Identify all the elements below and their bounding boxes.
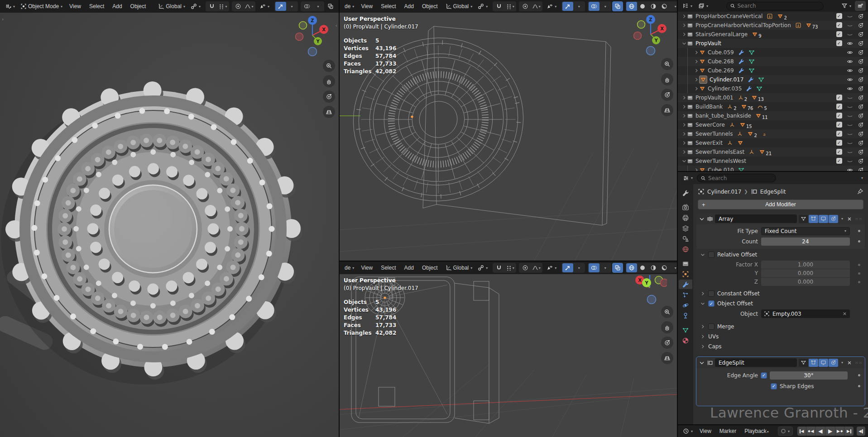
clipped-playback-button[interactable]: ◀ [857, 427, 865, 436]
constant-offset-header[interactable]: Constant Offset [700, 289, 861, 299]
menu-object[interactable]: Object [418, 1, 441, 11]
outliner-row[interactable]: PropHarborCraneVertical2 [678, 12, 868, 21]
animate-dot[interactable] [858, 272, 860, 275]
properties-search-input[interactable] [708, 175, 772, 181]
collection-checkbox[interactable] [836, 122, 842, 128]
menu-add[interactable]: Add [401, 1, 417, 11]
outliner-row[interactable]: Cube.269 [678, 66, 868, 75]
eye-open-icon[interactable] [847, 49, 853, 56]
gizmo-neg-z[interactable] [308, 48, 317, 56]
chevron-down-icon[interactable] [681, 158, 687, 164]
eye-closed-icon[interactable] [847, 122, 853, 128]
modifier-extras-dropdown[interactable]: ▾ [840, 217, 844, 221]
object-offset-header[interactable]: Object Offset [700, 299, 861, 309]
modifier-close-button[interactable] [846, 216, 853, 222]
properties-editor-type-button[interactable]: ▾ [681, 173, 695, 183]
object-offset-checkbox[interactable] [708, 300, 715, 307]
drag-handle[interactable]: ⁙⁙ [855, 217, 863, 221]
visibility-dropdown[interactable]: ▾ [544, 1, 559, 11]
tab-particles[interactable] [679, 290, 692, 299]
mode-dropdown-truncated[interactable]: de▾ [342, 1, 356, 11]
camera-visibility-icon[interactable] [858, 58, 864, 65]
eye-closed-icon[interactable] [847, 158, 853, 164]
outliner-row[interactable]: SewerTunnelsEast21 [678, 147, 868, 157]
gizmo-dropdown[interactable]: ▾ [286, 2, 297, 11]
collection-checkbox[interactable] [836, 22, 842, 28]
uvs-header[interactable]: UVs [700, 332, 861, 342]
ortho-toggle-button[interactable] [661, 352, 673, 364]
tab-physics[interactable] [679, 300, 692, 310]
animate-dot[interactable] [858, 374, 860, 376]
editor-type-button[interactable]: ▾ [3, 1, 17, 11]
edge-angle-checkbox[interactable] [761, 372, 767, 379]
camera-visibility-icon[interactable] [858, 140, 864, 146]
pan-button[interactable] [661, 321, 673, 333]
tab-world[interactable] [679, 244, 692, 254]
tab-output[interactable] [679, 213, 692, 223]
tab-scene[interactable] [679, 234, 692, 243]
proportional-falloff-dropdown[interactable]: ▾ [531, 263, 542, 272]
previous-keyframe-button[interactable]: ◆◀ [806, 427, 815, 436]
overlays-toggle[interactable] [589, 263, 599, 272]
pan-button[interactable] [323, 75, 335, 87]
overlays-toggle[interactable] [589, 2, 599, 11]
gizmo-toggle[interactable] [275, 2, 286, 11]
modifier-extras-dropdown[interactable]: ▾ [840, 361, 844, 365]
timeline-editor-type-button[interactable]: ▾ [681, 426, 695, 436]
eye-open-icon[interactable] [847, 167, 853, 171]
eye-open-icon[interactable] [847, 40, 853, 47]
chevron-down-icon[interactable] [681, 41, 687, 46]
camera-visibility-icon[interactable] [858, 122, 864, 128]
factor-z-field[interactable]: 0.000 [761, 278, 850, 286]
navigation-gizmo[interactable]: Z X Y [633, 14, 667, 57]
overlays-toggle[interactable] [302, 2, 312, 11]
camera-visibility-icon[interactable] [858, 131, 864, 137]
outliner-row[interactable]: SewerCore15 [678, 120, 868, 129]
relative-offset-header[interactable]: Relative Offset [700, 250, 861, 260]
visibility-dropdown[interactable]: ▾ [544, 263, 559, 273]
shading-material-button[interactable] [648, 2, 659, 11]
gizmo-neg-x[interactable] [296, 33, 303, 41]
toggle-realtime[interactable] [819, 359, 828, 367]
fit-type-dropdown[interactable]: Fixed Count▾ [761, 227, 850, 235]
camera-visibility-icon[interactable] [858, 22, 864, 28]
chevron-right-icon[interactable] [681, 14, 687, 19]
gizmo-z-label[interactable]: Z [311, 18, 314, 23]
chevron-right-icon[interactable] [681, 122, 687, 128]
factor-x-field[interactable]: 1.000 [761, 261, 850, 269]
chevron-right-icon[interactable] [681, 140, 687, 146]
chevron-right-icon[interactable] [681, 32, 687, 37]
outliner-row[interactable]: StairsGeneralLarge9 [678, 30, 868, 39]
breadcrumb-object[interactable]: Cylinder.017 [707, 189, 741, 195]
snap-toggle[interactable] [206, 2, 217, 11]
collection-checkbox[interactable] [836, 40, 842, 46]
camera-visibility-icon[interactable] [858, 49, 864, 56]
outliner-filter-id-dropdown[interactable]: ▾ [696, 1, 710, 11]
chevron-right-icon[interactable] [694, 59, 699, 64]
animate-dot[interactable] [858, 281, 860, 283]
camera-visibility-icon[interactable] [858, 104, 864, 110]
next-keyframe-button[interactable]: ▶◆ [835, 427, 844, 436]
menu-view[interactable]: View [357, 1, 376, 11]
properties-options-dropdown[interactable]: ▾ [858, 173, 865, 183]
collection-checkbox[interactable] [836, 113, 842, 119]
tab-object-data[interactable] [679, 325, 692, 335]
shading-dropdown[interactable]: ▾ [670, 2, 677, 11]
gizmo-y-label[interactable]: Y [316, 39, 320, 44]
merge-header[interactable]: Merge [700, 322, 861, 332]
timeline-menu-marker[interactable]: Marker [716, 426, 740, 436]
mode-dropdown[interactable]: Object Mode▾ [18, 1, 65, 11]
proportional-edit-toggle[interactable] [233, 2, 244, 11]
tab-object[interactable] [679, 269, 692, 279]
outliner-row[interactable]: bank_tube_bankside11 [678, 111, 868, 120]
shading-wireframe-button[interactable] [626, 2, 637, 11]
mode-dropdown-truncated[interactable]: de▾ [342, 263, 356, 273]
collection-checkbox[interactable] [836, 95, 842, 100]
outliner-row[interactable]: Cube.059 [678, 48, 868, 57]
menu-select[interactable]: Select [377, 263, 399, 273]
overlays-dropdown[interactable]: ▾ [599, 263, 610, 272]
caps-header[interactable]: Caps [700, 342, 861, 352]
shading-material-button[interactable] [648, 263, 659, 272]
record-icon[interactable] [781, 429, 786, 433]
tab-view-layer[interactable] [679, 223, 692, 233]
